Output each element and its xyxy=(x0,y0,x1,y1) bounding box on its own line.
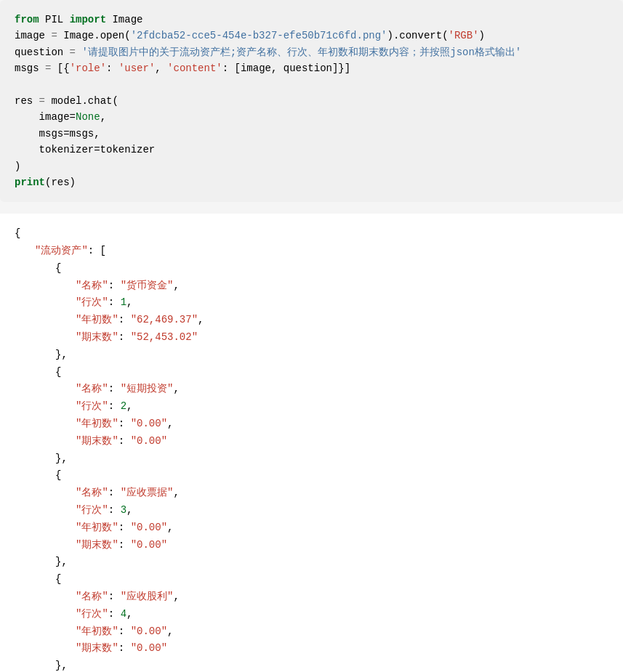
json-item2-close: }, xyxy=(15,450,608,468)
json-item1-year-end: "期末数": "52,453.02" xyxy=(15,329,608,347)
code-line-4: msgs = [{'role': 'user', 'content': [ima… xyxy=(15,60,608,76)
code-block: from PIL import Image image = Image.open… xyxy=(0,0,623,202)
json-item4-year-end: "期末数": "0.00" xyxy=(15,640,608,657)
code-line-5 xyxy=(15,77,608,93)
json-item3-year-start: "年初数": "0.00", xyxy=(15,519,608,537)
json-item2-open: { xyxy=(15,364,608,381)
output-block: { "流动资产": [ { "名称": "货币资金", "行次": 1, "年初… xyxy=(0,214,623,672)
json-root-open: { xyxy=(15,225,608,243)
json-item2-year-start: "年初数": "0.00", xyxy=(15,416,608,433)
code-line-7: image=None, xyxy=(15,109,608,125)
json-item4-name: "名称": "应收股利", xyxy=(15,588,608,606)
json-current-assets-key: "流动资产": [ xyxy=(15,243,608,260)
code-line-6: res = model.chat( xyxy=(15,93,608,109)
json-item2-row: "行次": 2, xyxy=(15,398,608,416)
json-item1-open: { xyxy=(15,260,608,278)
json-item3-row: "行次": 3, xyxy=(15,502,608,519)
json-item1-name: "名称": "货币资金", xyxy=(15,278,608,295)
json-item1-year-start: "年初数": "62,469.37", xyxy=(15,312,608,329)
json-item2-name: "名称": "短期投资", xyxy=(15,381,608,398)
json-item1-row: "行次": 1, xyxy=(15,294,608,312)
json-item4-year-start: "年初数": "0.00", xyxy=(15,623,608,641)
code-line-8: msgs=msgs, xyxy=(15,126,608,142)
json-item4-row: "行次": 4, xyxy=(15,606,608,623)
code-line-2: image = Image.open('2fdcba52-cce5-454e-b… xyxy=(15,28,608,44)
json-item1-close: }, xyxy=(15,347,608,364)
code-line-3: question = '请提取图片中的关于流动资产栏;资产名称、行次、年初数和期… xyxy=(15,44,608,60)
json-item3-name: "名称": "应收票据", xyxy=(15,485,608,502)
json-item3-year-end: "期末数": "0.00" xyxy=(15,537,608,554)
json-item3-close: }, xyxy=(15,554,608,571)
code-line-9: tokenizer=tokenizer xyxy=(15,142,608,158)
json-item3-open: { xyxy=(15,467,608,485)
json-item2-year-end: "期末数": "0.00" xyxy=(15,433,608,450)
code-line-1: from PIL import Image xyxy=(15,12,608,28)
code-line-11: print(res) xyxy=(15,174,608,190)
json-item4-close: }, xyxy=(15,657,608,672)
json-item4-open: { xyxy=(15,571,608,588)
code-line-10: ) xyxy=(15,158,608,174)
